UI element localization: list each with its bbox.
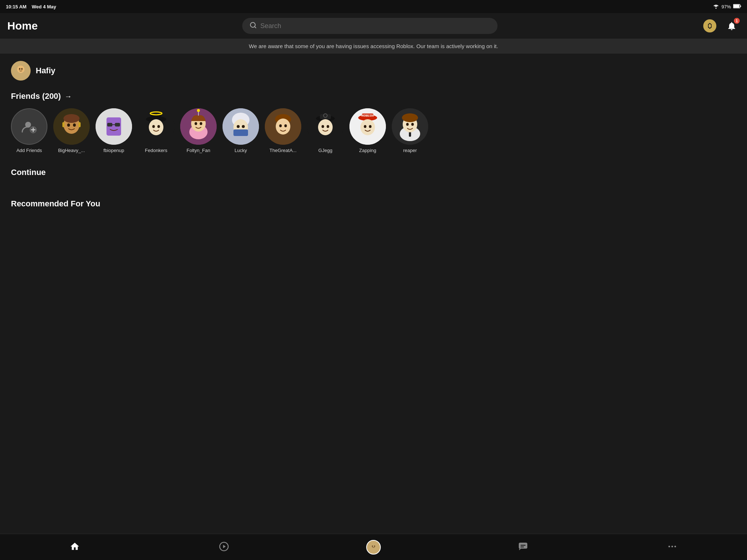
svg-point-81 xyxy=(671,545,673,547)
svg-point-48 xyxy=(285,124,287,127)
friend-item[interactable]: reaper xyxy=(392,108,428,153)
status-bar: 10:15 AM Wed 4 May 97% xyxy=(0,0,747,13)
svg-point-35 xyxy=(197,109,200,112)
svg-point-7 xyxy=(21,68,23,70)
main-content: Hafiy Friends (200) → Add Friends xyxy=(0,54,747,256)
user-avatar xyxy=(11,61,31,81)
bottom-nav xyxy=(0,534,747,560)
svg-marker-73 xyxy=(223,545,226,548)
friends-section: Friends (200) → Add Friends xyxy=(11,92,736,157)
search-icon xyxy=(249,22,257,30)
continue-header: Continue xyxy=(11,168,736,177)
add-friends-label: Add Friends xyxy=(16,148,42,153)
friend-avatar xyxy=(138,108,174,145)
robux-button[interactable] xyxy=(702,18,718,34)
friend-name: TheGreatA... xyxy=(270,148,297,153)
svg-point-75 xyxy=(372,545,373,547)
friend-avatar: ROBLOX xyxy=(349,108,386,145)
recommended-title: Recommended For You xyxy=(11,199,100,209)
add-friends-button[interactable] xyxy=(11,108,47,145)
svg-point-80 xyxy=(669,545,670,547)
friends-list: Add Friends xyxy=(11,108,736,157)
friend-avatar xyxy=(392,108,428,145)
friends-header[interactable]: Friends (200) → xyxy=(11,92,736,101)
svg-point-6 xyxy=(19,68,20,70)
friend-item[interactable]: BigHeavy_... xyxy=(53,108,90,153)
svg-point-62 xyxy=(360,119,375,135)
friend-item[interactable]: TheGreatA... xyxy=(265,108,301,153)
svg-rect-41 xyxy=(233,129,248,136)
svg-point-42 xyxy=(237,125,240,128)
continue-section: Continue xyxy=(11,168,736,177)
chat-icon xyxy=(518,541,528,553)
svg-point-43 xyxy=(242,125,245,128)
battery-icon xyxy=(733,4,741,9)
svg-line-3 xyxy=(255,27,256,28)
add-friends-item[interactable]: Add Friends xyxy=(11,108,47,153)
svg-point-28 xyxy=(149,119,163,135)
svg-point-70 xyxy=(406,123,409,126)
username: Hafiy xyxy=(36,66,55,75)
discover-icon xyxy=(219,541,229,553)
svg-point-47 xyxy=(279,124,282,127)
wifi-icon xyxy=(713,4,719,10)
home-icon xyxy=(70,541,80,553)
friend-name: fbiopenup xyxy=(103,148,124,153)
svg-point-82 xyxy=(674,545,676,547)
svg-point-46 xyxy=(276,118,290,135)
bottom-nav-more[interactable] xyxy=(597,538,747,556)
svg-point-5 xyxy=(18,66,24,73)
notification-badge: 1 xyxy=(734,18,740,24)
friend-item[interactable]: Fedonkers xyxy=(138,108,174,153)
user-profile[interactable]: Hafiy xyxy=(11,61,736,81)
svg-rect-15 xyxy=(62,122,65,127)
svg-rect-79 xyxy=(520,547,524,547)
status-time: 10:15 AM xyxy=(6,4,27,9)
friend-item[interactable]: Lucky xyxy=(222,108,259,153)
svg-point-64 xyxy=(369,125,372,128)
svg-point-29 xyxy=(152,125,155,128)
svg-rect-21 xyxy=(107,123,112,127)
notification-button[interactable]: 1 xyxy=(724,18,740,34)
friend-avatar xyxy=(96,108,132,145)
bottom-nav-chat[interactable] xyxy=(448,538,598,556)
search-bar[interactable] xyxy=(242,18,498,34)
svg-point-14 xyxy=(63,114,80,123)
search-input[interactable] xyxy=(260,22,490,30)
friends-arrow: → xyxy=(65,92,72,101)
svg-point-63 xyxy=(364,125,367,128)
svg-point-71 xyxy=(411,123,414,126)
bottom-nav-avatar[interactable] xyxy=(299,537,448,557)
friend-name: GJegg xyxy=(318,148,332,153)
svg-rect-22 xyxy=(115,123,120,127)
svg-point-56 xyxy=(327,125,329,128)
svg-rect-78 xyxy=(520,545,526,545)
friend-avatar xyxy=(265,108,301,145)
nav-icons: 1 xyxy=(702,18,740,34)
svg-point-18 xyxy=(73,124,76,127)
recommended-header: Recommended For You xyxy=(11,199,736,209)
friend-item[interactable]: ROBLOX Zapping xyxy=(349,108,386,153)
bottom-nav-discover[interactable] xyxy=(150,538,299,556)
top-nav: Home 1 xyxy=(0,13,747,39)
friend-name: Lucky xyxy=(235,148,247,153)
friend-avatar xyxy=(53,108,90,145)
friend-item[interactable]: Foltyn_Fan xyxy=(180,108,217,153)
more-icon xyxy=(667,541,677,553)
friend-item[interactable]: GJegg xyxy=(307,108,344,153)
recommended-section: Recommended For You xyxy=(11,199,736,209)
status-banner: We are aware that some of you are having… xyxy=(0,39,747,54)
avatar-nav-icon xyxy=(366,540,381,555)
svg-point-54 xyxy=(318,119,333,135)
battery-percentage: 97% xyxy=(721,4,731,9)
friend-item[interactable]: fbiopenup xyxy=(96,108,132,153)
svg-point-53 xyxy=(324,114,327,117)
svg-rect-77 xyxy=(519,542,527,548)
status-indicators: 97% xyxy=(713,4,741,10)
friend-name: reaper xyxy=(403,148,417,153)
friends-title: Friends (200) xyxy=(11,92,61,101)
bottom-nav-home[interactable] xyxy=(0,538,150,556)
friend-avatar xyxy=(222,108,259,145)
status-date: Wed 4 May xyxy=(32,4,56,9)
continue-title: Continue xyxy=(11,168,46,177)
